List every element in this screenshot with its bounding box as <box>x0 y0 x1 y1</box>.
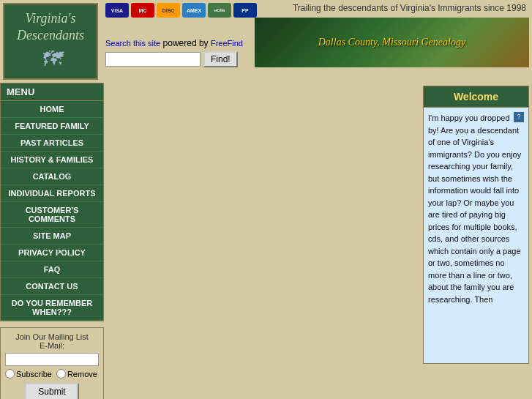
submit-button[interactable]: Submit <box>25 383 78 399</box>
mailing-title: Join Our Mailing List E-Mail: <box>5 332 99 350</box>
search-form: Find! <box>105 51 243 67</box>
state-icon: 🗺 <box>17 46 84 72</box>
welcome-header: Welcome <box>423 86 529 108</box>
nav-do-you-remember[interactable]: DO YOU REMEMBER WHEN??? <box>1 295 103 321</box>
welcome-body: ? I'm happy you dropped by! Are you a de… <box>423 108 529 364</box>
freefind-link[interactable]: FreeFind <box>211 39 243 48</box>
welcome-text: I'm happy you dropped by! Are you a desc… <box>428 113 521 304</box>
logo-box: Virginia's Descendants 🗺 <box>3 3 98 80</box>
logo-line1: Virginia's <box>26 11 76 26</box>
discover-icon: DISC <box>157 3 180 18</box>
subscribe-radio-label[interactable]: Subscribe <box>5 369 52 379</box>
search-site-link[interactable]: Search this site <box>105 39 160 48</box>
nav-catalog[interactable]: CATALOG <box>1 168 103 185</box>
main-area: Welcome ? I'm happy you dropped by! Are … <box>104 83 532 399</box>
search-input[interactable] <box>105 52 201 67</box>
nav-contact-us[interactable]: CONTACT US <box>1 278 103 295</box>
email-label: E-Mail: <box>40 341 64 350</box>
header-right: VISA MC DISC AMEX eChk PP Trailing the d… <box>98 3 529 67</box>
visa-icon: VISA <box>105 3 129 18</box>
remove-radio[interactable] <box>56 369 66 379</box>
mailing-title-text: Join Our Mailing List <box>15 332 89 341</box>
nav-featured-family[interactable]: FEATURED FAMILY <box>1 118 103 135</box>
nav-list: HOME FEATURED FAMILY PAST ARTICLES HISTO… <box>0 101 104 321</box>
nav-home[interactable]: HOME <box>1 101 103 118</box>
remove-radio-label[interactable]: Remove <box>56 369 97 379</box>
subscribe-label-text: Subscribe <box>16 370 52 379</box>
email-input[interactable] <box>5 353 99 366</box>
trailing-text: Trailing the descendants of Virginia's I… <box>293 3 529 13</box>
welcome-panel: Welcome ? I'm happy you dropped by! Are … <box>423 86 529 364</box>
payment-icons: VISA MC DISC AMEX eChk PP <box>105 3 257 18</box>
banner-text: Dallas County, Missouri Genealogy <box>318 37 465 48</box>
sidebar: MENU HOME FEATURED FAMILY PAST ARTICLES … <box>0 83 104 399</box>
logo-line2: Descendants <box>17 28 84 42</box>
nav-customer-comments[interactable]: CUSTOMER'S COMMENTS <box>1 202 103 228</box>
banner-image: Dallas County, Missouri Genealogy <box>255 18 529 67</box>
subscribe-radio[interactable] <box>5 369 15 379</box>
main-inner: Welcome ? I'm happy you dropped by! Are … <box>104 83 532 367</box>
echeck-icon: eChk <box>208 3 231 18</box>
radio-row: Subscribe Remove <box>5 369 99 379</box>
body-area: MENU HOME FEATURED FAMILY PAST ARTICLES … <box>0 83 532 399</box>
header: Virginia's Descendants 🗺 VISA MC DISC AM… <box>0 0 532 83</box>
search-row: Search this site powered by FreeFind <box>105 38 243 48</box>
paypal-icon: PP <box>233 3 257 18</box>
nav-privacy-policy[interactable]: PRIVACY POLICY <box>1 245 103 261</box>
remove-label-text: Remove <box>67 370 97 379</box>
mailing-box: Join Our Mailing List E-Mail: Subscribe … <box>0 327 104 399</box>
nav-individual-reports[interactable]: INDIVIDUAL REPORTS <box>1 185 103 202</box>
mastercard-icon: MC <box>131 3 154 18</box>
menu-header: MENU <box>0 83 104 101</box>
find-button[interactable]: Find! <box>203 51 238 67</box>
nav-site-map[interactable]: SITE MAP <box>1 228 103 245</box>
logo-text: Virginia's Descendants 🗺 <box>17 10 84 72</box>
header-top-row: VISA MC DISC AMEX eChk PP Trailing the d… <box>105 3 529 18</box>
nav-history-families[interactable]: HISTORY & FAMILIES <box>1 152 103 168</box>
center-area <box>107 86 420 364</box>
nav-faq[interactable]: FAQ <box>1 261 103 278</box>
info-icon[interactable]: ? <box>514 112 524 122</box>
nav-past-articles[interactable]: PAST ARTICLES <box>1 135 103 152</box>
amex-icon: AMEX <box>182 3 206 18</box>
